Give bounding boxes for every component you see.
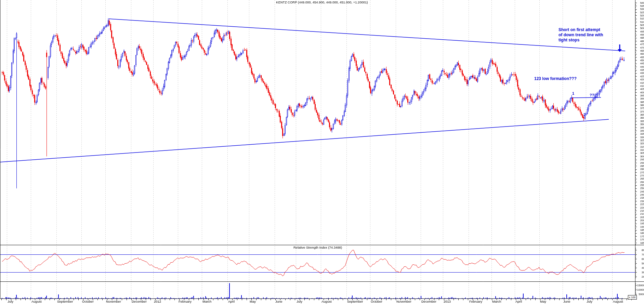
price-axis-label: 345	[636, 126, 644, 129]
date-axis-label: May	[540, 300, 546, 303]
price-axis-label: 405	[636, 88, 644, 91]
price-axis-label: 175	[636, 235, 644, 238]
date-axis-label: May	[250, 300, 256, 303]
date-axis-label: December	[421, 300, 436, 303]
price-axis-label: 300	[636, 155, 644, 158]
price-axis-label: 165	[636, 241, 644, 244]
price-axis-label: 240	[636, 193, 644, 196]
date-axis-label: September	[347, 300, 363, 303]
price-axis-label: 290	[636, 161, 644, 164]
price-axis-label: 480	[636, 40, 644, 43]
price-axis-label: 285	[636, 164, 644, 168]
price-axis-label: 445	[636, 62, 644, 65]
price-axis-label: 220	[636, 206, 644, 209]
price-axis-label: 265	[636, 177, 644, 180]
price-axis-label: 515	[636, 17, 644, 20]
price-axis-label: 400	[636, 91, 644, 94]
price-axis-label: 390	[636, 97, 644, 100]
price-axis-label: 210	[636, 212, 644, 215]
annotation-short-note: Short on first attempt of down trend lin…	[558, 27, 603, 43]
rsi-axis-label: 80	[636, 249, 644, 252]
price-axis-label: 260	[636, 181, 644, 184]
chart-title: KENTZ CORP (449.000, 454.900, 449.000, 4…	[276, 0, 368, 4]
price-axis-label: 215	[636, 209, 644, 212]
price-axis-label: 270	[636, 174, 644, 177]
date-axis-label: November	[396, 300, 411, 303]
annotation-123-low-formation: 123 low formation???	[534, 76, 577, 81]
price-axis-label: 305	[636, 151, 644, 155]
price-axis-label: 425	[636, 75, 644, 78]
price-axis-label: 330	[636, 136, 644, 139]
price-axis-label: 170	[636, 238, 644, 241]
price-axis-label: 325	[636, 139, 644, 142]
price-axis-label: 370	[636, 110, 644, 113]
price-axis-label: 340	[636, 129, 644, 132]
price-axis-label: 470	[636, 46, 644, 49]
price-axis-label: 455	[636, 56, 644, 59]
volume-axis-label: 10000	[636, 288, 644, 291]
price-axis-label: 460	[636, 52, 644, 55]
price-axis-label: 435	[636, 68, 644, 71]
date-axis-label: December	[132, 300, 147, 303]
price-axis-label: 415	[636, 81, 644, 84]
price-axis-label: 185	[636, 228, 644, 232]
price-axis-label: 350	[636, 123, 644, 126]
date-axis-label: June	[275, 300, 282, 303]
price-axis-label: 475	[636, 43, 644, 46]
price-axis-label: 310	[636, 148, 644, 151]
price-axis-label: 230	[636, 200, 644, 203]
price-axis-label: 540	[636, 1, 644, 4]
price-axis-label: 535	[636, 4, 644, 8]
date-axis-label: November	[106, 300, 121, 303]
date-axis-label: 2012	[154, 300, 161, 303]
chart-window: KENTZ CORP (449.000, 454.900, 449.000, 4…	[0, 0, 644, 304]
date-axis-label: August	[613, 300, 623, 303]
price-axis-label: 375	[636, 107, 644, 110]
date-axis-label: August	[321, 300, 332, 303]
price-axis-label: 380	[636, 104, 644, 107]
price-axis-label: 180	[636, 232, 644, 235]
rsi-panel-title: Relative Strength Index (74.3488)	[293, 246, 342, 249]
price-axis-label: 255	[636, 184, 644, 187]
price-axis-label: 360	[636, 116, 644, 119]
date-axis-label: July	[587, 300, 592, 303]
price-axis-label: 395	[636, 94, 644, 97]
annotation-short-note-line2: of down trend line with	[558, 32, 603, 38]
rsi-axis-label: 30	[636, 271, 644, 274]
price-axis-label: 525	[636, 11, 644, 14]
price-axis-label: 500	[636, 27, 644, 30]
price-axis-label: 355	[636, 120, 644, 123]
rsi-axis-label: 70	[636, 253, 644, 256]
date-axis-label: March	[202, 300, 211, 303]
date-axis-label: October	[82, 300, 94, 303]
price-axis-label: 520	[636, 14, 644, 17]
annotation-point-1: 1	[572, 92, 574, 95]
date-axis-label: February	[469, 300, 482, 303]
price-axis-label: 490	[636, 33, 644, 36]
date-axis-label: February	[179, 300, 192, 303]
price-axis-label: 365	[636, 113, 644, 116]
price-axis-label: 195	[636, 222, 644, 225]
price-axis-label: 280	[636, 168, 644, 171]
volume-multiplier-widget[interactable]: x 100	[628, 295, 637, 300]
price-axis-label: 205	[636, 216, 644, 219]
price-axis-label: 190	[636, 225, 644, 228]
price-axis-label: 200	[636, 219, 644, 222]
price-axis-label: 485	[636, 36, 644, 39]
price-axis-label: 430	[636, 71, 644, 75]
price-axis-label: 465	[636, 49, 644, 52]
price-axis-label: 450	[636, 59, 644, 62]
date-axis-label: April	[515, 300, 522, 303]
price-chart-canvas[interactable]	[0, 0, 644, 304]
volume-axis-label: 15000	[636, 284, 644, 287]
annotation-short-note-line3: tight stops	[558, 38, 603, 43]
price-axis-label: 235	[636, 196, 644, 199]
price-axis-label: 320	[636, 142, 644, 145]
rsi-axis-label: 50	[636, 262, 644, 265]
price-axis-label: 440	[636, 65, 644, 68]
price-axis-label: 410	[636, 84, 644, 88]
price-axis-label: 225	[636, 203, 644, 206]
date-axis-label: June	[563, 300, 570, 303]
price-axis-label: 335	[636, 132, 644, 135]
date-axis-label: July	[8, 300, 13, 303]
